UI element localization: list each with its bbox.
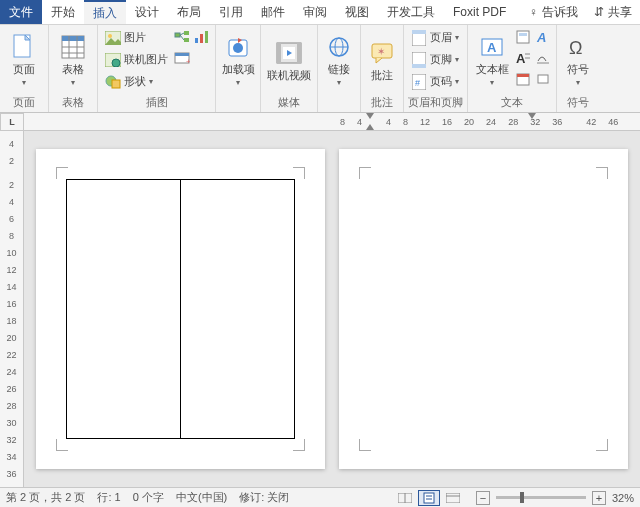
svg-text:A: A [516,51,526,65]
indent-marker-top[interactable] [366,124,374,130]
svg-rect-16 [195,38,198,43]
comment-button[interactable]: ✶ 批注 [365,27,399,93]
share-button[interactable]: ⇵ 共享 [586,0,640,24]
svg-rect-20 [175,53,189,56]
tab-devtools[interactable]: 开发工具 [378,0,444,24]
shapes-label: 形状 [124,74,146,89]
status-page[interactable]: 第 2 页，共 2 页 [6,490,85,505]
svg-rect-25 [277,43,281,63]
screenshot-button[interactable]: + [173,48,191,68]
status-language[interactable]: 中文(中国) [176,490,227,505]
vertical-ruler[interactable]: 4224681012141618202224262830323436384042… [0,131,24,487]
table-icon [59,33,87,61]
picture-label: 图片 [124,30,146,45]
picture-icon [105,30,121,46]
pages-button[interactable]: 页面 ▾ [4,27,44,93]
online-video-button[interactable]: 联机视频 [265,27,313,93]
video-icon [275,39,303,67]
status-track-changes[interactable]: 修订: 关闭 [239,490,289,505]
links-label: 链接 [328,63,350,75]
shapes-button[interactable]: 形状▾ [102,71,171,92]
page-2[interactable] [339,149,628,469]
svg-rect-18 [205,31,208,43]
svg-rect-57 [446,493,460,503]
document-area[interactable] [24,131,640,487]
svg-rect-36 [412,64,426,68]
signature-button[interactable] [534,48,552,68]
crop-mark [293,167,305,179]
tab-design[interactable]: 设计 [126,0,168,24]
table-button[interactable]: 表格 ▾ [53,27,93,93]
table-cell[interactable] [67,180,181,438]
tab-view[interactable]: 视图 [336,0,378,24]
page-1[interactable] [36,149,325,469]
horizontal-ruler[interactable]: 8448121620242832364246 [24,113,640,131]
svg-rect-26 [297,43,301,63]
pages-label: 页面 [13,63,35,75]
dropcap-button[interactable]: A [514,48,532,68]
tab-review[interactable]: 审阅 [294,0,336,24]
object-button[interactable] [534,69,552,89]
tab-references[interactable]: 引用 [210,0,252,24]
tab-file[interactable]: 文件 [0,0,42,24]
picture-button[interactable]: 图片 [102,27,171,48]
zoom-thumb[interactable] [520,492,524,503]
svg-point-10 [112,59,120,67]
quick-parts-button[interactable] [514,27,532,47]
group-pages-label: 页面 [13,95,35,110]
tab-layout[interactable]: 布局 [168,0,210,24]
tab-insert[interactable]: 插入 [84,0,126,24]
print-layout-button[interactable] [418,490,440,506]
comment-label: 批注 [371,69,393,81]
tab-mailings[interactable]: 邮件 [252,0,294,24]
comment-icon: ✶ [368,39,396,67]
status-line[interactable]: 行: 1 [97,490,120,505]
zoom-control: − + 32% [476,491,634,505]
table-cell[interactable] [181,180,294,438]
textbox-button[interactable]: A 文本框 ▾ [472,27,512,93]
screenshot-icon: + [174,51,190,65]
group-comments-label: 批注 [371,95,393,110]
status-words[interactable]: 0 个字 [133,490,164,505]
group-media-label: 媒体 [278,95,300,110]
svg-rect-41 [517,31,529,43]
zoom-level[interactable]: 32% [612,492,634,504]
date-time-button[interactable] [514,69,532,89]
chart-button[interactable] [193,27,211,47]
tab-foxit[interactable]: Foxit PDF [444,0,515,24]
header-icon [411,30,427,46]
crop-mark [293,439,305,451]
svg-rect-49 [517,74,529,77]
tell-me[interactable]: ♀ 告诉我 [521,0,586,24]
read-mode-button[interactable] [394,490,416,506]
group-media: 联机视频 媒体 [261,25,318,112]
svg-rect-15 [184,38,189,42]
table-object[interactable] [66,179,295,439]
zoom-out-button[interactable]: − [476,491,490,505]
group-tables-label: 表格 [62,95,84,110]
symbol-button[interactable]: Ω 符号 ▾ [561,27,595,93]
addins-label: 加载项 [222,63,255,75]
addins-button[interactable]: 加载项 ▾ [220,27,256,93]
smartart-button[interactable] [173,27,191,47]
svg-point-23 [233,43,243,53]
right-indent-marker[interactable] [528,113,536,119]
ruler-corner[interactable]: L [0,113,24,131]
svg-rect-50 [538,75,548,83]
online-picture-button[interactable]: 联机图片 [102,49,171,70]
textbox-label: 文本框 [476,63,509,75]
svg-text:+: + [186,57,190,65]
group-pages: 页面 ▾ 页面 [0,25,49,112]
crop-mark [359,439,371,451]
tab-home[interactable]: 开始 [42,0,84,24]
wordart-button[interactable]: A [534,27,552,47]
zoom-slider[interactable] [496,496,586,499]
zoom-in-button[interactable]: + [592,491,606,505]
links-button[interactable]: 链接 ▾ [322,27,356,93]
footer-button[interactable]: 页脚▾ [408,49,462,70]
indent-marker-bottom[interactable] [366,113,374,119]
link-icon [325,33,353,61]
page-number-button[interactable]: #页码▾ [408,71,462,92]
header-button[interactable]: 页眉▾ [408,27,462,48]
web-layout-button[interactable] [442,490,464,506]
